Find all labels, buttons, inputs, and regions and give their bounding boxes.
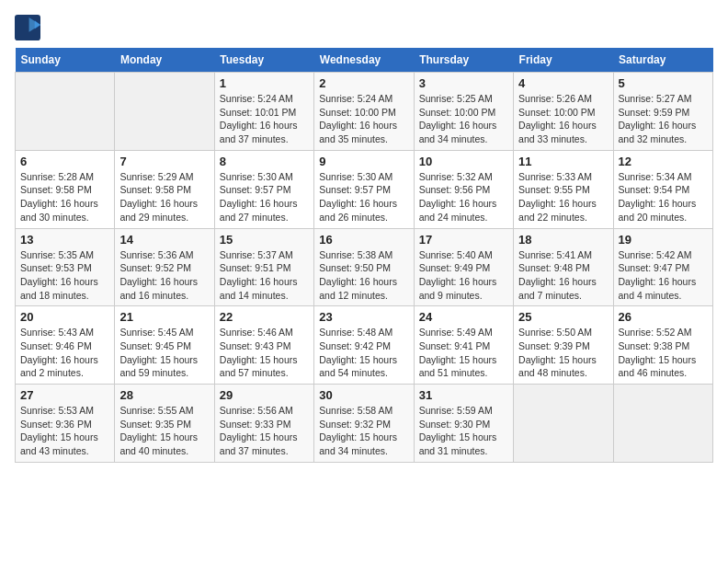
day-number: 17 <box>419 233 508 247</box>
day-number: 27 <box>20 388 109 402</box>
day-detail: Sunrise: 5:40 AM Sunset: 9:49 PM Dayligh… <box>419 248 508 303</box>
calendar-cell: 16Sunrise: 5:38 AM Sunset: 9:50 PM Dayli… <box>314 228 414 306</box>
calendar-cell: 7Sunrise: 5:29 AM Sunset: 9:58 PM Daylig… <box>115 150 214 228</box>
day-detail: Sunrise: 5:56 AM Sunset: 9:33 PM Dayligh… <box>220 404 309 458</box>
calendar-cell: 19Sunrise: 5:42 AM Sunset: 9:47 PM Dayli… <box>613 228 712 306</box>
day-detail: Sunrise: 5:27 AM Sunset: 9:59 PM Dayligh… <box>619 92 708 146</box>
calendar-cell: 3Sunrise: 5:25 AM Sunset: 10:00 PM Dayli… <box>414 73 513 151</box>
weekday-header: Saturday <box>613 48 712 73</box>
day-detail: Sunrise: 5:48 AM Sunset: 9:42 PM Dayligh… <box>319 326 408 380</box>
day-number: 21 <box>119 310 209 324</box>
calendar-cell: 27Sunrise: 5:53 AM Sunset: 9:36 PM Dayli… <box>16 385 115 463</box>
day-detail: Sunrise: 5:32 AM Sunset: 9:56 PM Dayligh… <box>419 170 508 224</box>
day-number: 9 <box>319 155 408 168</box>
day-number: 31 <box>419 388 508 402</box>
day-number: 4 <box>518 76 608 90</box>
calendar-cell: 10Sunrise: 5:32 AM Sunset: 9:56 PM Dayli… <box>414 150 513 228</box>
day-detail: Sunrise: 5:53 AM Sunset: 9:36 PM Dayligh… <box>20 404 109 458</box>
weekday-header: Monday <box>115 48 214 73</box>
calendar-cell: 6Sunrise: 5:28 AM Sunset: 9:58 PM Daylig… <box>16 150 115 228</box>
day-detail: Sunrise: 5:46 AM Sunset: 9:43 PM Dayligh… <box>220 326 309 380</box>
day-number: 10 <box>419 155 508 168</box>
day-detail: Sunrise: 5:34 AM Sunset: 9:54 PM Dayligh… <box>619 170 708 224</box>
day-number: 18 <box>518 233 608 247</box>
day-number: 26 <box>619 310 708 324</box>
day-number: 14 <box>119 233 209 247</box>
calendar-cell: 4Sunrise: 5:26 AM Sunset: 10:00 PM Dayli… <box>514 73 613 151</box>
day-number: 15 <box>220 233 309 247</box>
calendar-cell <box>115 73 214 151</box>
weekday-header: Wednesday <box>314 48 414 73</box>
day-detail: Sunrise: 5:49 AM Sunset: 9:41 PM Dayligh… <box>419 326 508 380</box>
calendar-cell: 30Sunrise: 5:58 AM Sunset: 9:32 PM Dayli… <box>314 385 414 463</box>
day-number: 11 <box>518 155 608 168</box>
day-number: 2 <box>319 76 408 90</box>
day-number: 23 <box>319 310 408 324</box>
calendar-cell: 15Sunrise: 5:37 AM Sunset: 9:51 PM Dayli… <box>214 228 313 306</box>
day-number: 20 <box>20 310 109 324</box>
day-detail: Sunrise: 5:41 AM Sunset: 9:48 PM Dayligh… <box>518 248 608 303</box>
calendar-cell: 24Sunrise: 5:49 AM Sunset: 9:41 PM Dayli… <box>414 306 513 385</box>
day-number: 1 <box>220 76 309 90</box>
calendar-cell: 14Sunrise: 5:36 AM Sunset: 9:52 PM Dayli… <box>115 228 214 306</box>
weekday-header: Friday <box>514 48 613 73</box>
day-detail: Sunrise: 5:38 AM Sunset: 9:50 PM Dayligh… <box>319 248 408 303</box>
day-detail: Sunrise: 5:43 AM Sunset: 9:46 PM Dayligh… <box>20 326 109 380</box>
day-detail: Sunrise: 5:59 AM Sunset: 9:30 PM Dayligh… <box>419 404 508 458</box>
calendar-cell: 18Sunrise: 5:41 AM Sunset: 9:48 PM Dayli… <box>514 228 613 306</box>
day-number: 25 <box>518 310 608 324</box>
calendar-cell: 20Sunrise: 5:43 AM Sunset: 9:46 PM Dayli… <box>16 306 115 385</box>
calendar-cell: 1Sunrise: 5:24 AM Sunset: 10:01 PM Dayli… <box>214 73 313 151</box>
calendar-week-row: 27Sunrise: 5:53 AM Sunset: 9:36 PM Dayli… <box>16 385 713 463</box>
calendar-cell: 29Sunrise: 5:56 AM Sunset: 9:33 PM Dayli… <box>214 385 313 463</box>
calendar-cell <box>514 385 613 463</box>
calendar-week-row: 13Sunrise: 5:35 AM Sunset: 9:53 PM Dayli… <box>16 228 713 306</box>
day-detail: Sunrise: 5:28 AM Sunset: 9:58 PM Dayligh… <box>20 170 109 224</box>
day-detail: Sunrise: 5:50 AM Sunset: 9:39 PM Dayligh… <box>518 326 608 380</box>
calendar-cell: 31Sunrise: 5:59 AM Sunset: 9:30 PM Dayli… <box>414 385 513 463</box>
logo <box>15 15 44 40</box>
calendar-cell <box>613 385 712 463</box>
day-number: 16 <box>319 233 408 247</box>
day-number: 7 <box>119 155 209 168</box>
calendar-cell: 17Sunrise: 5:40 AM Sunset: 9:49 PM Dayli… <box>414 228 513 306</box>
day-number: 6 <box>20 155 109 168</box>
header-row: SundayMondayTuesdayWednesdayThursdayFrid… <box>16 48 713 73</box>
calendar-cell: 26Sunrise: 5:52 AM Sunset: 9:38 PM Dayli… <box>613 306 712 385</box>
weekday-header: Thursday <box>414 48 513 73</box>
calendar-cell <box>16 73 115 151</box>
day-number: 5 <box>619 76 708 90</box>
calendar-cell: 11Sunrise: 5:33 AM Sunset: 9:55 PM Dayli… <box>514 150 613 228</box>
logo-icon <box>15 15 40 40</box>
calendar-week-row: 1Sunrise: 5:24 AM Sunset: 10:01 PM Dayli… <box>16 73 713 151</box>
day-detail: Sunrise: 5:35 AM Sunset: 9:53 PM Dayligh… <box>20 248 109 303</box>
calendar-week-row: 6Sunrise: 5:28 AM Sunset: 9:58 PM Daylig… <box>16 150 713 228</box>
day-detail: Sunrise: 5:30 AM Sunset: 9:57 PM Dayligh… <box>220 170 309 224</box>
calendar-cell: 2Sunrise: 5:24 AM Sunset: 10:00 PM Dayli… <box>314 73 414 151</box>
day-number: 3 <box>419 76 508 90</box>
calendar-cell: 9Sunrise: 5:30 AM Sunset: 9:57 PM Daylig… <box>314 150 414 228</box>
day-detail: Sunrise: 5:24 AM Sunset: 10:00 PM Daylig… <box>319 92 408 146</box>
calendar-cell: 8Sunrise: 5:30 AM Sunset: 9:57 PM Daylig… <box>214 150 313 228</box>
day-detail: Sunrise: 5:52 AM Sunset: 9:38 PM Dayligh… <box>619 326 708 380</box>
weekday-header: Sunday <box>16 48 115 73</box>
day-number: 12 <box>619 155 708 168</box>
day-detail: Sunrise: 5:36 AM Sunset: 9:52 PM Dayligh… <box>119 248 209 303</box>
day-detail: Sunrise: 5:25 AM Sunset: 10:00 PM Daylig… <box>419 92 508 146</box>
day-detail: Sunrise: 5:33 AM Sunset: 9:55 PM Dayligh… <box>518 170 608 224</box>
day-detail: Sunrise: 5:37 AM Sunset: 9:51 PM Dayligh… <box>220 248 309 303</box>
day-number: 13 <box>20 233 109 247</box>
day-number: 30 <box>319 388 408 402</box>
calendar-cell: 5Sunrise: 5:27 AM Sunset: 9:59 PM Daylig… <box>613 73 712 151</box>
day-detail: Sunrise: 5:26 AM Sunset: 10:00 PM Daylig… <box>518 92 608 146</box>
calendar-cell: 12Sunrise: 5:34 AM Sunset: 9:54 PM Dayli… <box>613 150 712 228</box>
calendar-table: SundayMondayTuesdayWednesdayThursdayFrid… <box>15 48 713 463</box>
day-detail: Sunrise: 5:42 AM Sunset: 9:47 PM Dayligh… <box>619 248 708 303</box>
calendar-cell: 21Sunrise: 5:45 AM Sunset: 9:45 PM Dayli… <box>115 306 214 385</box>
day-detail: Sunrise: 5:29 AM Sunset: 9:58 PM Dayligh… <box>119 170 209 224</box>
day-number: 19 <box>619 233 708 247</box>
calendar-cell: 28Sunrise: 5:55 AM Sunset: 9:35 PM Dayli… <box>115 385 214 463</box>
day-detail: Sunrise: 5:45 AM Sunset: 9:45 PM Dayligh… <box>119 326 209 380</box>
day-detail: Sunrise: 5:30 AM Sunset: 9:57 PM Dayligh… <box>319 170 408 224</box>
calendar-week-row: 20Sunrise: 5:43 AM Sunset: 9:46 PM Dayli… <box>16 306 713 385</box>
